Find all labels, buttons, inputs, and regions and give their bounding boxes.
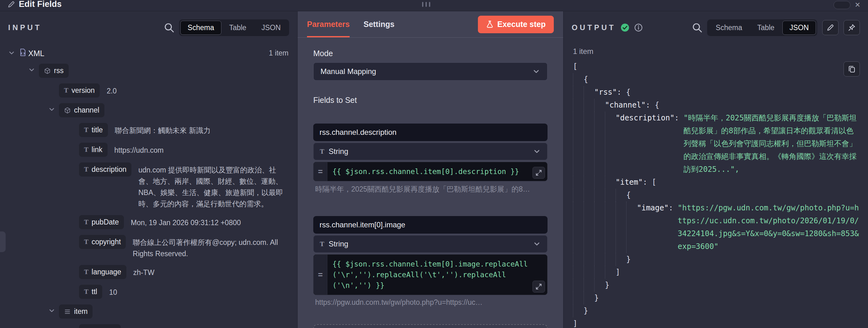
tree-row-link[interactable]: Tlinkhttps://udn.com [0,140,297,159]
json-line: "rss": { [573,86,861,99]
copy-json-button[interactable] [843,61,860,77]
schema-field-pill[interactable]: item[0] [79,324,121,328]
output-item-count: 1 item [573,47,868,56]
schema-field-pill[interactable]: Tversion [59,83,100,97]
chevron-down-icon[interactable] [65,324,79,328]
chevron-spacer [65,235,79,237]
input-toggle-json[interactable]: JSON [254,21,288,35]
field-type-select[interactable]: T String [313,235,548,253]
field-name-input[interactable]: rss.channel.description [313,124,548,141]
tab-parameters[interactable]: Parameters [307,11,350,37]
field-value-expression[interactable]: = {{ $json.rss.channel.item[0].descripti… [313,162,548,181]
panel-drag-handle[interactable] [422,2,430,7]
json-line: } [573,279,861,292]
indent-guide [594,279,605,292]
field-key: version [71,86,95,95]
indent-guide [616,253,626,266]
pin-data-button[interactable] [843,20,860,35]
chevron-down-icon[interactable] [44,304,59,315]
json-line: } [573,292,861,304]
schema-field-pill[interactable]: Tlanguage [79,265,126,279]
schema-field-pill[interactable]: channel [59,103,104,117]
execute-step-label: Execute step [497,20,546,29]
chevron-spacer [65,123,79,125]
indent-guide [573,86,584,99]
indent-guide [584,253,594,266]
field-name-value: rss.channel.description [319,128,396,137]
output-view-toggle: Schema Table JSON [707,20,817,36]
indent-guide [605,176,616,189]
chevron-spacer [44,83,59,86]
execute-step-button[interactable]: Execute step [478,16,554,33]
field-key: title [92,126,103,134]
tree-row-version[interactable]: Tversion2.0 [0,81,297,100]
schema-field-pill[interactable]: rss [39,64,69,78]
input-toggle-table[interactable]: Table [222,21,254,35]
field-value: Mon, 19 Jan 2026 09:31:12 +0800 [131,215,288,228]
output-toggle-json[interactable]: JSON [782,21,816,35]
input-view-toggle: Schema Table JSON [179,20,289,36]
docs-button[interactable] [834,1,850,9]
mode-label: Mode [313,49,548,58]
flask-icon [486,20,494,29]
open-expression-editor-button[interactable] [532,281,545,293]
mode-select[interactable]: Manual Mapping [313,62,548,81]
indent-guide [616,189,626,202]
tree-row-ttl[interactable]: Tttl10 [0,282,297,302]
output-panel-header: OUTPUT Schema Table JSON [563,11,868,44]
output-toggle-table[interactable]: Table [750,21,782,35]
field-value-expression[interactable]: = {{ $json.rss.channel.item[0].image.rep… [313,254,548,295]
schema-field-pill[interactable]: item [59,304,93,319]
tree-row-language[interactable]: Tlanguagezh-TW [0,262,297,282]
schema-field-pill[interactable]: Tcopyright [79,235,126,249]
schema-field-pill[interactable]: Ttitle [79,123,108,137]
tree-row-XML[interactable]: XML1 item [0,44,297,61]
close-icon[interactable]: ✕ [855,2,861,8]
indent-guide [573,266,584,279]
field-key: language [92,268,121,276]
field-type-select[interactable]: T String [313,143,548,160]
indent-guide [573,202,584,253]
schema-field-pill[interactable]: Tttl [79,285,102,299]
tree-row-pubDate[interactable]: TpubDateMon, 19 Jan 2026 09:31:12 +0800 [0,212,297,232]
expression-code[interactable]: {{ $json.rss.channel.item[0].description… [328,162,547,181]
schema-field-pill[interactable]: TpubDate [79,215,124,229]
string-icon: T [84,288,88,296]
string-icon: T [84,238,88,246]
string-icon: T [84,218,88,226]
edit-output-button[interactable] [822,20,839,35]
edit-fields-node-view: Edit Fields ✕ INPUT Schema Table JSON [0,0,868,328]
output-title: OUTPUT [572,23,616,32]
schema-field-pill[interactable]: Tdescription [79,162,131,177]
tree-row-item[0][interactable]: item[0] [0,321,297,328]
drop-area[interactable]: Drag input fields here or Add Field [313,324,548,328]
xml-file-icon [19,47,27,56]
string-icon: T [84,166,88,173]
indent-guide [573,176,584,189]
chevron-down-icon [532,67,540,76]
tree-row-description[interactable]: Tdescriptionudn.com 提供即時新聞以及豐富的政治、社會、地方、… [0,159,297,212]
chevron-down-icon[interactable] [4,47,19,57]
panel-collapse-handle[interactable] [0,231,6,252]
tree-row-item[interactable]: item [0,302,297,321]
indent-guide [584,86,594,99]
indent-guide [573,279,584,292]
field-name-input[interactable]: rss.channel.item[0].image [313,216,548,234]
search-icon[interactable] [692,23,702,33]
tree-row-channel[interactable]: channel [0,100,297,120]
string-type-icon: T [320,240,324,248]
schema-field-pill[interactable]: Tlink [79,143,107,157]
field-value: 聯合新聞網：觸動未來 新識力 [115,123,288,136]
tree-row-rss[interactable]: rss [0,61,297,81]
open-expression-editor-button[interactable] [532,167,545,179]
info-icon[interactable] [634,23,643,32]
input-toggle-schema[interactable]: Schema [180,21,221,35]
output-toggle-schema[interactable]: Schema [708,21,749,35]
tree-row-copyright[interactable]: Tcopyright聯合線上公司著作權所有@copy; udn.com. All… [0,232,297,262]
chevron-down-icon[interactable] [25,64,39,74]
tree-row-title[interactable]: Ttitle聯合新聞網：觸動未來 新識力 [0,120,297,140]
expression-code[interactable]: {{ $json.rss.channel.item[0].image.repla… [328,255,547,295]
tab-settings[interactable]: Settings [364,11,395,37]
chevron-down-icon[interactable] [44,103,59,113]
search-icon[interactable] [164,23,174,33]
